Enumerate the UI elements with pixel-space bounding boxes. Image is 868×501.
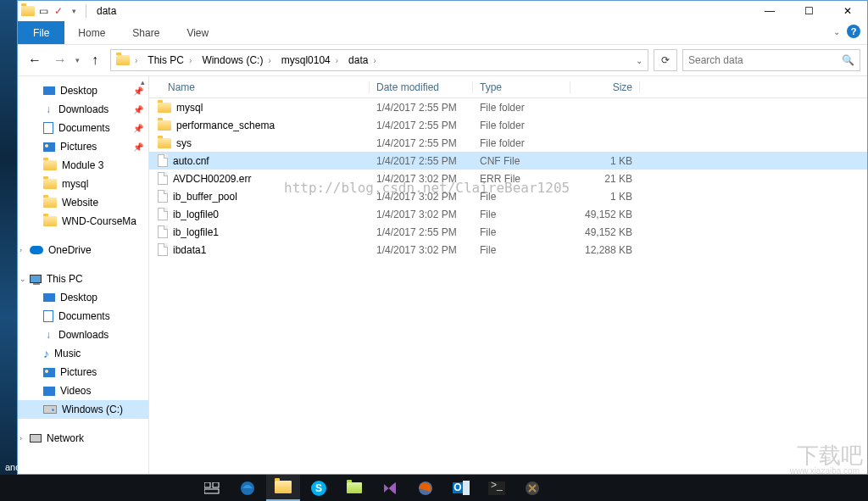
column-date[interactable]: Date modified: [370, 81, 473, 93]
folder-icon: [43, 198, 57, 208]
search-input[interactable]: [688, 54, 842, 66]
qat-dropdown-icon[interactable]: ▾: [67, 4, 81, 18]
column-size[interactable]: Size: [570, 81, 640, 93]
nav-thispc-item[interactable]: ↓Downloads: [18, 326, 148, 344]
nav-quickaccess-item[interactable]: WND-CourseMa: [18, 212, 148, 231]
pictures-icon: [43, 142, 55, 152]
nav-quickaccess-item[interactable]: Module 3: [18, 156, 148, 175]
minimize-button[interactable]: —: [750, 1, 789, 21]
qat-properties-icon[interactable]: ▭: [36, 4, 50, 18]
tab-view[interactable]: View: [173, 21, 222, 44]
cell-type: File: [473, 226, 570, 238]
tab-home[interactable]: Home: [64, 21, 119, 44]
file-row[interactable]: auto.cnf1/4/2017 2:55 PMCNF File1 KB: [149, 152, 867, 170]
nav-network[interactable]: › Network: [18, 429, 148, 448]
expand-ribbon-icon[interactable]: ⌄: [833, 27, 840, 36]
desktop-background-strip: [0, 0, 17, 475]
back-button[interactable]: ←: [25, 50, 45, 70]
firefox-icon[interactable]: [409, 475, 442, 501]
pin-icon: 📌: [133, 142, 143, 152]
nav-thispc[interactable]: ⌄ This PC: [18, 270, 148, 288]
pin-icon: 📌: [133, 105, 143, 114]
nav-thispc-item[interactable]: Videos: [18, 381, 148, 400]
nav-quickaccess-item[interactable]: Pictures📌: [18, 137, 148, 156]
chevron-down-icon[interactable]: ⌄: [19, 275, 26, 283]
breadcrumb-folder1[interactable]: mysql0104›: [278, 50, 343, 70]
skype-icon[interactable]: S: [302, 475, 336, 501]
refresh-button[interactable]: ⟳: [654, 49, 677, 71]
breadcrumb[interactable]: › This PC› Windows (C:)› mysql0104› data…: [110, 49, 648, 71]
up-button[interactable]: ↑: [85, 50, 105, 70]
help-button[interactable]: ?: [847, 25, 860, 38]
file-name-label: ib_logfile1: [173, 226, 219, 238]
file-row[interactable]: ib_logfile01/4/2017 3:02 PMFile49,152 KB: [149, 205, 867, 223]
folder-icon: [158, 120, 171, 131]
nav-thispc-item[interactable]: Pictures: [18, 363, 148, 381]
videos-icon: [43, 387, 55, 396]
explorer-icon[interactable]: [266, 475, 300, 501]
visualstudio-icon[interactable]: [373, 475, 407, 501]
file-row[interactable]: mysql1/4/2017 2:55 PMFile folder: [149, 98, 867, 116]
cell-size: 12,288 KB: [570, 244, 640, 256]
chevron-right-icon[interactable]: ›: [19, 434, 22, 443]
breadcrumb-root-icon[interactable]: ›: [113, 50, 142, 70]
breadcrumb-folder2[interactable]: data›: [345, 50, 381, 70]
file-row[interactable]: AVDCH00209.err1/4/2017 3:02 PMERR File21…: [149, 170, 867, 187]
nav-label: Music: [54, 348, 81, 359]
file-row[interactable]: ib_buffer_pool1/4/2017 3:02 PMFile1 KB: [149, 187, 867, 205]
taskview-icon[interactable]: [195, 475, 229, 501]
file-row[interactable]: ibdata11/4/2017 3:02 PMFile12,288 KB: [149, 241, 867, 259]
window-controls: — ☐ ✕: [750, 1, 867, 21]
file-tab[interactable]: File: [18, 21, 64, 44]
nav-label: Downloads: [58, 329, 108, 341]
close-button[interactable]: ✕: [828, 1, 867, 21]
nav-quickaccess-item[interactable]: ↓Downloads📌: [18, 100, 148, 119]
breadcrumb-drive[interactable]: Windows (C:)›: [198, 50, 275, 70]
nav-thispc-item[interactable]: ♪Music: [18, 344, 148, 363]
column-type[interactable]: Type: [473, 81, 570, 93]
column-name[interactable]: Name: [149, 81, 370, 93]
file-row[interactable]: sys1/4/2017 2:55 PMFile folder: [149, 134, 867, 152]
breadcrumb-thispc[interactable]: This PC›: [144, 50, 197, 70]
search-icon[interactable]: 🔍: [842, 54, 854, 66]
forward-button[interactable]: →: [50, 50, 70, 70]
svg-rect-9: [463, 481, 470, 495]
outlook-icon[interactable]: O: [444, 475, 478, 501]
nav-onedrive[interactable]: › OneDrive: [18, 241, 148, 259]
nav-label: Website: [62, 197, 98, 209]
tab-share[interactable]: Share: [119, 21, 173, 44]
file-name-label: ib_buffer_pool: [173, 191, 237, 203]
cell-type: File: [473, 209, 570, 220]
svg-text:O: O: [453, 482, 461, 493]
terminal-icon[interactable]: >_: [480, 475, 514, 501]
folder-tool-icon[interactable]: [337, 475, 371, 501]
window-title: data: [97, 5, 116, 17]
nav-thispc-item[interactable]: Windows (C:): [18, 400, 148, 419]
nav-quickaccess-item[interactable]: Desktop📌: [18, 81, 148, 100]
file-row[interactable]: performance_schema1/4/2017 2:55 PMFile f…: [149, 116, 867, 134]
qat-newfolder-icon[interactable]: ✓: [52, 4, 65, 18]
cell-name: performance_schema: [149, 120, 370, 131]
edge-icon[interactable]: [231, 475, 264, 501]
folder-icon: [43, 216, 57, 226]
app-icon[interactable]: [515, 475, 549, 501]
nav-label: Videos: [60, 385, 91, 397]
desktop-icon: [43, 86, 55, 95]
recent-locations-icon[interactable]: ▾: [75, 56, 80, 64]
nav-quickaccess-item[interactable]: mysql: [18, 175, 148, 193]
cell-date: 1/4/2017 2:55 PM: [370, 226, 473, 238]
search-box[interactable]: 🔍: [682, 49, 860, 71]
cell-date: 1/4/2017 2:55 PM: [370, 120, 473, 131]
nav-quickaccess-item[interactable]: Website: [18, 193, 148, 212]
chevron-right-icon[interactable]: ›: [19, 246, 22, 254]
breadcrumb-dropdown-icon[interactable]: ⌄: [636, 56, 643, 65]
breadcrumb-label: data: [348, 54, 368, 66]
cell-size: 1 KB: [570, 191, 640, 203]
cell-name: ibdata1: [149, 243, 370, 256]
nav-thispc-item[interactable]: Documents: [18, 307, 148, 326]
nav-thispc-item[interactable]: Desktop: [18, 288, 148, 307]
file-row[interactable]: ib_logfile11/4/2017 2:55 PMFile49,152 KB: [149, 223, 867, 241]
documents-icon: [43, 310, 53, 322]
maximize-button[interactable]: ☐: [789, 1, 828, 21]
nav-quickaccess-item[interactable]: Documents📌: [18, 119, 148, 137]
